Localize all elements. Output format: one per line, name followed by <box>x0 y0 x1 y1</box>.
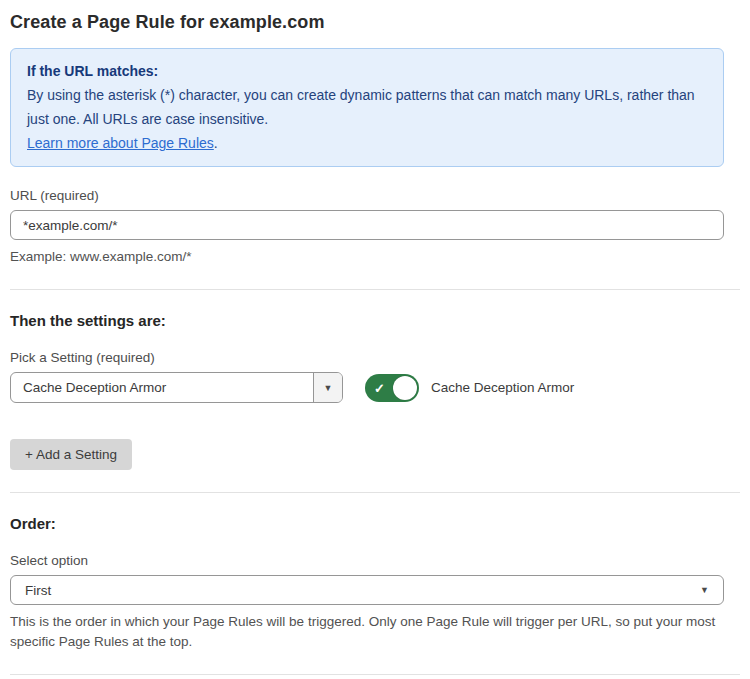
check-icon: ✓ <box>374 381 385 394</box>
toggle-knob <box>393 376 417 400</box>
setting-select-value: Cache Deception Armor <box>11 373 313 402</box>
settings-section-heading: Then the settings are: <box>10 312 724 329</box>
chevron-down-icon: ▼ <box>700 585 709 595</box>
info-box-heading: If the URL matches: <box>27 59 707 83</box>
chevron-down-icon: ▼ <box>324 383 333 393</box>
setting-toggle[interactable]: ✓ <box>365 374 419 402</box>
divider <box>10 289 740 290</box>
divider <box>10 492 740 493</box>
create-page-rule-form: Create a Page Rule for example.com If th… <box>0 0 750 679</box>
pick-setting-label: Pick a Setting (required) <box>10 350 724 365</box>
url-match-info-box: If the URL matches: By using the asteris… <box>10 48 724 167</box>
setting-toggle-label: Cache Deception Armor <box>431 380 574 395</box>
order-select-label: Select option <box>10 553 724 568</box>
setting-select[interactable]: Cache Deception Armor ▼ <box>10 372 343 403</box>
url-example-helper: Example: www.example.com/* <box>10 247 724 267</box>
info-box-body: By using the asterisk (*) character, you… <box>27 83 707 131</box>
order-section-heading: Order: <box>10 515 724 532</box>
divider <box>10 674 740 675</box>
order-helper-text: This is the order in which your Page Rul… <box>10 612 724 652</box>
setting-select-arrow-button[interactable]: ▼ <box>313 373 342 402</box>
order-select-value: First <box>25 583 51 598</box>
learn-more-link[interactable]: Learn more about Page Rules <box>27 135 214 151</box>
order-select[interactable]: First ▼ <box>10 575 724 605</box>
url-field-label: URL (required) <box>10 188 724 203</box>
page-title: Create a Page Rule for example.com <box>10 12 724 33</box>
url-input[interactable] <box>10 210 724 240</box>
add-setting-button[interactable]: + Add a Setting <box>10 439 132 470</box>
link-suffix: . <box>214 135 218 151</box>
info-box-link-line: Learn more about Page Rules. <box>27 131 707 155</box>
setting-row: Cache Deception Armor ▼ ✓ Cache Deceptio… <box>10 372 724 403</box>
